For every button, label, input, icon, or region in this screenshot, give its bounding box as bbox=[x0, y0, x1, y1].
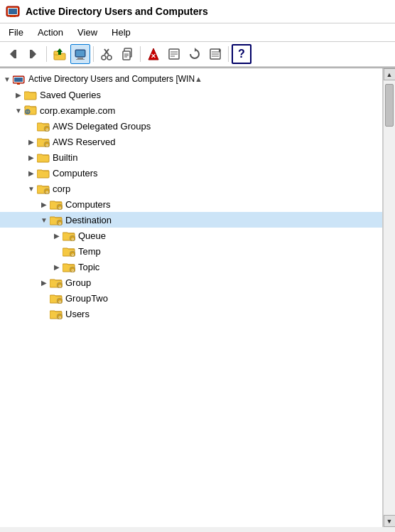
title-text: Active Directory Users and Computers bbox=[26, 6, 208, 17]
grouptwo-label: GroupTwo bbox=[65, 293, 108, 304]
computers-top-icon bbox=[37, 166, 50, 179]
aws-reserved-toggle[interactable]: ▶ bbox=[26, 136, 37, 147]
corp-toggle[interactable]: ▼ bbox=[26, 183, 37, 194]
topic-label: Topic bbox=[78, 262, 99, 272]
queue-label: Queue bbox=[78, 230, 106, 241]
tree-panel[interactable]: ▼ Active Directory Users and Computers [… bbox=[0, 68, 383, 527]
corp-label: corp bbox=[53, 183, 70, 194]
root-toggle[interactable]: ▼ bbox=[1, 73, 13, 85]
tree-node-builtin[interactable]: ▶ Builtin bbox=[0, 149, 382, 165]
tree-node-temp[interactable]: ▶ ⚙ Temp bbox=[0, 243, 382, 259]
tree-node-computers-top[interactable]: ▶ Computers bbox=[0, 165, 382, 181]
root-icon bbox=[13, 73, 26, 85]
builtin-icon bbox=[37, 151, 50, 164]
saved-queries-toggle[interactable]: ▶ bbox=[13, 89, 24, 100]
tree-node-saved-queries[interactable]: ▶ Saved Queries bbox=[0, 87, 382, 102]
tree-node-grouptwo[interactable]: ▶ ⚙ GroupTwo bbox=[0, 290, 382, 306]
up-folder-button[interactable] bbox=[50, 44, 70, 64]
group-icon: ⚙ bbox=[50, 276, 63, 289]
scrollbar[interactable]: ▲ ▼ bbox=[383, 68, 395, 527]
main-area: ▼ Active Directory Users and Computers [… bbox=[0, 68, 395, 527]
forward-button[interactable] bbox=[23, 44, 43, 64]
users-icon: ⚙ bbox=[50, 307, 63, 320]
tree-node-domain[interactable]: ▼ corp.example.com bbox=[0, 102, 382, 118]
delete-button[interactable]: ✕ bbox=[144, 44, 163, 64]
aws-reserved-label: AWS Reserved bbox=[53, 137, 115, 147]
menu-view[interactable]: View bbox=[72, 25, 103, 40]
tree-node-destination[interactable]: ▼ ⚙ Destination bbox=[0, 212, 382, 228]
svg-rect-2 bbox=[9, 9, 17, 14]
svg-rect-14 bbox=[77, 58, 83, 59]
separator-1 bbox=[46, 46, 47, 62]
menu-action[interactable]: Action bbox=[32, 25, 69, 40]
properties-button[interactable] bbox=[164, 44, 184, 64]
scroll-up-arrow[interactable]: ▲ bbox=[384, 68, 396, 80]
console-button[interactable] bbox=[70, 44, 90, 64]
svg-rect-39 bbox=[14, 78, 23, 82]
separator-4 bbox=[228, 46, 229, 62]
svg-rect-3 bbox=[11, 15, 14, 16]
tree-node-users[interactable]: ▶ ⚙ Users bbox=[0, 306, 382, 321]
refresh-button[interactable] bbox=[185, 44, 205, 64]
tree-node-topic[interactable]: ▶ ⚙ Topic bbox=[0, 259, 382, 275]
tree-root[interactable]: ▼ Active Directory Users and Computers [… bbox=[0, 71, 382, 87]
svg-marker-5 bbox=[10, 50, 14, 58]
destination-label: Destination bbox=[65, 215, 112, 225]
grouptwo-icon: ⚙ bbox=[50, 292, 63, 304]
title-bar: Active Directory Users and Computers bbox=[0, 0, 395, 23]
topic-toggle[interactable]: ▶ bbox=[51, 261, 63, 272]
builtin-label: Builtin bbox=[53, 152, 77, 163]
svg-rect-6 bbox=[14, 50, 16, 58]
svg-point-19 bbox=[107, 55, 112, 60]
menu-file[interactable]: File bbox=[3, 25, 29, 40]
saved-queries-icon bbox=[24, 88, 37, 101]
tree-node-aws-delegated[interactable]: ▶ ⚙ AWS Delegated Groups bbox=[0, 118, 382, 134]
builtin-toggle[interactable]: ▶ bbox=[26, 151, 37, 163]
help-button[interactable]: ? bbox=[232, 44, 251, 64]
svg-rect-15 bbox=[76, 59, 85, 60]
group-toggle[interactable]: ▶ bbox=[38, 277, 50, 288]
domain-label: corp.example.com bbox=[40, 105, 115, 116]
queue-icon: ⚙ bbox=[63, 229, 75, 242]
destination-toggle[interactable]: ▼ bbox=[38, 214, 50, 225]
tree-node-group[interactable]: ▶ ⚙ Group bbox=[0, 275, 382, 290]
cut-button[interactable] bbox=[97, 44, 117, 64]
svg-text:✕: ✕ bbox=[151, 53, 156, 60]
title-icon bbox=[6, 4, 20, 18]
users-label: Users bbox=[65, 309, 90, 319]
computers-top-toggle[interactable]: ▶ bbox=[26, 167, 37, 179]
svg-rect-40 bbox=[17, 83, 20, 85]
svg-marker-31 bbox=[195, 48, 197, 52]
svg-rect-8 bbox=[30, 50, 32, 58]
group-label: Group bbox=[65, 277, 91, 288]
menu-help[interactable]: Help bbox=[106, 25, 136, 40]
tree-node-corp[interactable]: ▼ ⚙ corp bbox=[0, 181, 382, 196]
corp-computers-toggle[interactable]: ▶ bbox=[38, 198, 50, 210]
svg-marker-7 bbox=[32, 50, 36, 58]
scrollbar-thumb[interactable] bbox=[385, 84, 394, 127]
export-button[interactable] bbox=[205, 44, 225, 64]
copy-button[interactable] bbox=[117, 44, 137, 64]
separator-2 bbox=[93, 46, 94, 62]
temp-icon: ⚙ bbox=[63, 245, 75, 257]
tree-node-aws-reserved[interactable]: ▶ ⚙ AWS Reserved bbox=[0, 134, 382, 149]
root-label: Active Directory Users and Computers [WI… bbox=[28, 74, 195, 84]
tree-node-queue[interactable]: ▶ ⚙ Queue bbox=[0, 228, 382, 243]
scrollbar-track[interactable] bbox=[384, 80, 395, 515]
topic-icon: ⚙ bbox=[63, 260, 75, 273]
temp-label: Temp bbox=[78, 246, 101, 257]
corp-icon: ⚙ bbox=[37, 182, 50, 195]
separator-3 bbox=[140, 46, 141, 62]
toolbar: ✕ ? bbox=[0, 42, 395, 68]
queue-toggle[interactable]: ▶ bbox=[51, 230, 63, 241]
svg-rect-13 bbox=[76, 50, 85, 56]
back-button[interactable] bbox=[3, 44, 23, 64]
domain-toggle[interactable]: ▼ bbox=[13, 105, 24, 116]
computers-top-label: Computers bbox=[53, 168, 98, 179]
scroll-down-arrow[interactable]: ▼ bbox=[384, 515, 396, 527]
corp-computers-label: Computers bbox=[65, 199, 111, 210]
corp-computers-icon: ⚙ bbox=[50, 198, 63, 211]
tree-node-corp-computers[interactable]: ▶ ⚙ Computers bbox=[0, 196, 382, 212]
destination-icon: ⚙ bbox=[50, 213, 63, 226]
aws-delegated-label: AWS Delegated Groups bbox=[53, 121, 151, 132]
